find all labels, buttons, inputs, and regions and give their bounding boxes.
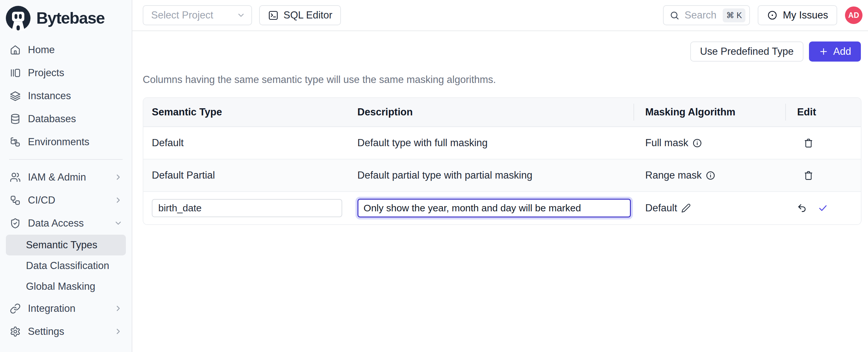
semantic-type-cell: Default: [143, 137, 349, 149]
sidebar-item-label: Global Masking: [26, 281, 95, 292]
edit-masking-algorithm-button[interactable]: [681, 203, 691, 213]
semantic-types-table: Semantic Type Description Masking Algori…: [143, 97, 862, 225]
sidebar-item-label: Data Classification: [26, 260, 109, 271]
bytebase-logo-icon: [6, 6, 30, 30]
search-icon: [670, 10, 680, 21]
undo-button[interactable]: [797, 203, 807, 213]
sidebar: Bytebase Home Projects Instances: [0, 0, 132, 352]
page-actions: Use Predefined Type Add: [132, 31, 868, 62]
masking-algorithm-label: Default: [645, 202, 677, 214]
sql-editor-button[interactable]: SQL Editor: [259, 5, 341, 25]
users-icon: [10, 172, 21, 183]
add-button[interactable]: Add: [809, 41, 861, 62]
workflow-icon: [10, 195, 21, 206]
project-select-placeholder: Select Project: [151, 9, 213, 21]
avatar-initials: AD: [848, 11, 859, 20]
chevron-down-icon: [114, 219, 123, 227]
search-placeholder: Search: [684, 9, 717, 21]
home-icon: [10, 44, 21, 56]
sidebar-item-settings[interactable]: Settings: [0, 320, 132, 343]
sidebar-item-instances[interactable]: Instances: [0, 84, 132, 107]
search-input[interactable]: Search ⌘ K: [663, 5, 750, 25]
info-icon[interactable]: [706, 170, 716, 181]
masking-algorithm-label: Range mask: [645, 169, 702, 181]
chevron-right-icon: [114, 173, 123, 182]
delete-button[interactable]: [803, 138, 813, 148]
circle-dot-icon: [767, 10, 778, 21]
link-icon: [10, 303, 21, 314]
delete-button[interactable]: [803, 170, 813, 181]
sidebar-item-data-access[interactable]: Data Access: [0, 212, 132, 235]
my-issues-button[interactable]: My Issues: [758, 5, 837, 25]
chevron-right-icon: [114, 196, 123, 204]
sidebar-item-integration[interactable]: Integration: [0, 297, 132, 320]
info-icon[interactable]: [692, 138, 702, 148]
page-description: Columns having the same semantic type wi…: [143, 74, 868, 86]
use-predefined-type-button[interactable]: Use Predefined Type: [690, 41, 803, 62]
column-header-description: Description: [349, 98, 633, 126]
add-label: Add: [833, 46, 851, 57]
brand-logo[interactable]: Bytebase: [0, 0, 132, 30]
description-cell: Default partial type with partial maskin…: [349, 169, 633, 181]
table-row-editing: Default: [143, 192, 861, 224]
sidebar-item-label: Semantic Types: [26, 239, 97, 251]
sql-editor-label: SQL Editor: [283, 9, 332, 21]
gear-icon: [10, 326, 21, 337]
column-header-masking-algorithm: Masking Algorithm: [633, 98, 785, 126]
sidebar-item-label: Databases: [28, 113, 76, 125]
trash-icon: [803, 138, 813, 148]
sidebar-item-cicd[interactable]: CI/CD: [0, 189, 132, 212]
semantic-type-cell: [143, 199, 349, 217]
edit-cell: [785, 203, 861, 213]
pencil-icon: [681, 203, 691, 213]
table-header-row: Semantic Type Description Masking Algori…: [143, 98, 861, 127]
semantic-types-page: Use Predefined Type Add Columns having t…: [132, 31, 868, 352]
use-predefined-type-label: Use Predefined Type: [700, 46, 794, 57]
sidebar-item-home[interactable]: Home: [0, 38, 132, 61]
sidebar-item-global-masking[interactable]: Global Masking: [6, 276, 126, 297]
topbar: Select Project SQL Editor Search ⌘ K My …: [132, 0, 868, 31]
sidebar-item-projects[interactable]: Projects: [0, 61, 132, 84]
semantic-type-input[interactable]: [152, 199, 342, 217]
check-icon: [818, 203, 828, 213]
brand-name: Bytebase: [36, 9, 104, 28]
chevron-down-icon: [237, 11, 246, 20]
description-input[interactable]: [358, 199, 631, 218]
database-icon: [10, 114, 21, 125]
sidebar-item-semantic-types[interactable]: Semantic Types: [6, 235, 126, 255]
search-shortcut-badge: ⌘ K: [723, 8, 746, 22]
sidebar-item-label: Settings: [28, 326, 64, 338]
shield-check-icon: [10, 218, 21, 229]
chevron-right-icon: [114, 304, 123, 313]
semantic-type-cell: Default Partial: [143, 169, 349, 181]
environments-icon: [10, 136, 21, 148]
masking-algorithm-label: Full mask: [645, 137, 688, 149]
projects-icon: [10, 67, 21, 78]
sidebar-item-label: Home: [28, 44, 55, 56]
table-row: Default Default type with full masking F…: [143, 127, 861, 159]
column-header-edit: Edit: [785, 98, 861, 126]
sidebar-item-label: IAM & Admin: [28, 171, 86, 183]
topbar-right: Search ⌘ K My Issues AD: [663, 5, 863, 25]
sidebar-item-label: Integration: [28, 303, 75, 314]
sidebar-item-iam-admin[interactable]: IAM & Admin: [0, 166, 132, 189]
project-select[interactable]: Select Project: [143, 5, 252, 25]
app-root: Bytebase Home Projects Instances: [0, 0, 868, 352]
avatar[interactable]: AD: [845, 6, 863, 24]
my-issues-label: My Issues: [783, 9, 828, 21]
trash-icon: [803, 170, 813, 181]
sidebar-item-label: Instances: [28, 90, 71, 102]
sidebar-nav: Home Projects Instances Databases: [0, 38, 132, 343]
sidebar-item-data-classification[interactable]: Data Classification: [6, 255, 126, 276]
masking-algorithm-cell: Default: [633, 202, 785, 214]
confirm-button[interactable]: [818, 203, 828, 213]
sidebar-item-environments[interactable]: Environments: [0, 130, 132, 153]
edit-cell: [785, 170, 861, 181]
chevron-right-icon: [114, 327, 123, 336]
masking-algorithm-cell: Full mask: [633, 137, 785, 149]
description-cell: [349, 199, 633, 218]
masking-algorithm-cell: Range mask: [633, 169, 785, 181]
undo-icon: [797, 203, 807, 213]
sidebar-item-databases[interactable]: Databases: [0, 107, 132, 130]
plus-icon: [819, 47, 829, 56]
